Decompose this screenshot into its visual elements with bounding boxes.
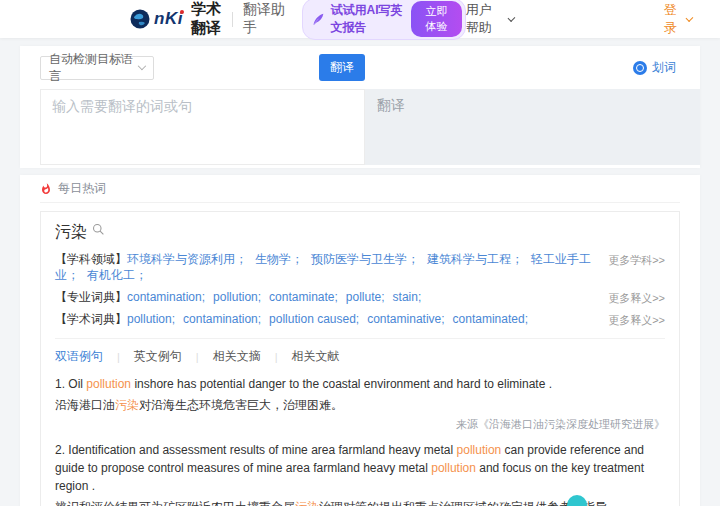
user-help-label: 用户帮助 [466,1,504,37]
highlighted-term: pollution [457,443,502,457]
term-link[interactable]: contaminative [367,312,441,326]
term-separator: ; [418,290,421,304]
more-link[interactable]: 更多学科>> [608,252,665,268]
chevron-down-icon [686,14,693,21]
chevron-down-icon [508,14,516,22]
more-link[interactable]: 更多释义>> [608,312,665,328]
example-english: 2. Identification and assessment results… [55,441,665,495]
hot-words-header: 每日热词 [40,175,680,203]
term-link[interactable]: pollute [346,290,381,304]
term-link[interactable]: 有机化工 [87,268,135,282]
term-link[interactable]: 环境科学与资源利用 [127,252,235,266]
translator-toolbar: 自动检测目标语言 翻译 划词 [20,46,700,89]
highlighted-term: pollution [86,377,131,391]
target-language-select[interactable]: 自动检测目标语言 [40,56,154,80]
term-link[interactable]: contamination [127,290,202,304]
example-source: 来源《沿海港口油污染深度处理研究进展》 [55,417,665,432]
tab-separator: | [275,351,278,363]
term-separator: ; [258,290,261,304]
source-text-input[interactable] [40,89,365,165]
header-divider [232,12,233,27]
term-separator: ； [291,252,303,266]
term-link[interactable]: contamination [183,312,258,326]
term-separator: ; [356,312,359,326]
tab-separator: | [196,351,199,363]
globe-icon [130,9,150,29]
term-separator: ; [334,290,337,304]
term-link[interactable]: pollution [213,290,258,304]
example-text: 1. Oil [55,377,86,391]
login-menu[interactable]: 登录 [664,1,692,37]
example-text: 沿海港口油 [55,398,115,412]
term-separator: ； [235,252,247,266]
example-tabs: 双语例句|英文例句|相关文摘|相关文献 [55,339,665,372]
banner-text: 试试用AI写英文报告 [331,2,406,36]
term-link[interactable]: 生物学 [255,252,291,266]
more-link[interactable]: 更多释义>> [608,290,665,306]
example-text: 对沿海生态环境危害巨大，治理困难。 [139,398,343,412]
brand-red-dot-icon [180,10,184,14]
word-highlight-toggle-icon[interactable] [633,61,647,75]
term-separator: ; [441,312,444,326]
tab-3[interactable]: 相关文献 [292,348,340,365]
tab-2[interactable]: 相关文摘 [213,348,261,365]
tab-0[interactable]: 双语例句 [55,348,103,365]
word-highlight-label[interactable]: 划词 [652,59,676,76]
translation-output: 翻译 [365,89,700,165]
term-separator: ； [407,252,419,266]
term-separator: ; [258,312,261,326]
page-title: 学术翻译 [191,0,222,38]
dict-row-label: 【学术词典】 [55,312,127,326]
try-now-button[interactable]: 立即体验 [411,1,461,37]
highlighted-term: 污染 [295,500,319,506]
example-item: 1. Oil pollution inshore has potential d… [55,375,665,432]
hot-word-detail-box: 污染 【学科领域】环境科学与资源利用；生物学；预防医学与卫生学；建筑科学与工程；… [40,211,680,506]
translate-button[interactable]: 翻译 [319,54,365,81]
term-separator: ； [511,252,523,266]
dict-row: 【学术词典】pollution;contamination;pollution … [55,308,665,330]
flame-icon [40,182,52,196]
daily-hot-words-card: 每日热词 污染 【学科领域】环境科学与资源利用；生物学；预防医学与卫生学；建筑科… [20,175,700,506]
dict-row: 【学科领域】环境科学与资源利用；生物学；预防医学与卫生学；建筑科学与工程；轻工业… [55,248,665,286]
term-separator: ; [381,290,384,304]
app-subtitle: 翻译助手 [243,1,286,37]
example-text: 辨识和评价结果可为矿区附近农田土壤重金属 [55,500,295,506]
term-link[interactable]: contaminated [453,312,525,326]
tab-separator: | [117,351,120,363]
top-bar: nKi 学术翻译 翻译助手 试试用AI写英文报告 立即体验 用户帮助 登录 [0,0,720,38]
example-english: 1. Oil pollution inshore has potential d… [55,375,665,393]
term-link[interactable]: pollution caused [269,312,356,326]
term-separator: ； [67,268,79,282]
term-separator: ; [202,290,205,304]
example-text: inshore has potential danger to the coas… [131,377,552,391]
dict-terms: contamination;pollution;contaminate;poll… [127,290,429,304]
dict-terms: pollution;contamination;pollution caused… [127,312,536,326]
term-separator: ; [525,312,528,326]
term-link[interactable]: 建筑科学与工程 [427,252,511,266]
term-link[interactable]: pollution [127,312,172,326]
user-help-menu[interactable]: 用户帮助 [466,1,514,37]
tab-1[interactable]: 英文例句 [134,348,182,365]
search-icon[interactable] [92,223,105,239]
dict-row-label: 【专业词典】 [55,290,127,304]
hot-word: 污染 [55,222,87,243]
login-label: 登录 [664,1,683,37]
term-link[interactable]: contaminate [269,290,334,304]
quill-icon [312,13,325,26]
dict-terms: 环境科学与资源利用；生物学；预防医学与卫生学；建筑科学与工程；轻工业手工业；有机… [55,252,591,282]
highlighted-term: pollution [431,461,476,475]
brand-text: nKi [154,9,183,29]
translator-panels: 翻译 [20,89,700,168]
examples: 1. Oil pollution inshore has potential d… [55,375,665,506]
target-language-value: 自动检测目标语言 [49,51,139,85]
translator-card: 自动检测目标语言 翻译 划词 翻译 [20,46,700,168]
term-separator: ； [135,268,147,282]
hot-words-title: 每日热词 [58,180,106,197]
dict-row: 【专业词典】contamination;pollution;contaminat… [55,286,665,308]
ai-report-banner[interactable]: 试试用AI写英文报告 立即体验 [302,0,466,40]
term-link[interactable]: 预防医学与卫生学 [311,252,407,266]
term-link[interactable]: stain [393,290,418,304]
cnki-logo[interactable]: nKi 学术翻译 [130,0,222,38]
term-separator: ; [172,312,175,326]
dict-rows: 【学科领域】环境科学与资源利用；生物学；预防医学与卫生学；建筑科学与工程；轻工业… [55,248,665,330]
